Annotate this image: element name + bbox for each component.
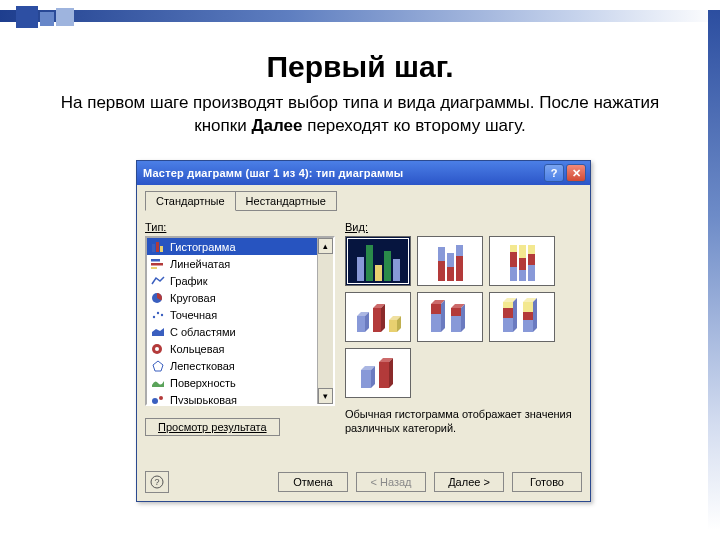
svg-rect-1: [156, 242, 159, 252]
histogram-icon: [151, 241, 165, 253]
svg-marker-13: [153, 361, 163, 371]
scroll-down-button[interactable]: ▾: [318, 388, 333, 404]
subtype-thumb[interactable]: [345, 348, 411, 398]
svg-point-12: [155, 347, 159, 351]
svg-rect-38: [503, 308, 513, 318]
subtype-thumb[interactable]: [345, 292, 411, 342]
svg-point-9: [161, 314, 163, 316]
svg-point-8: [157, 312, 159, 314]
svg-point-7: [153, 316, 155, 318]
help-button[interactable]: ?: [544, 164, 564, 182]
list-item[interactable]: Лепестковая: [147, 357, 317, 374]
chart-subtype-grid: [345, 236, 582, 398]
preview-button[interactable]: Просмотр результата: [145, 418, 280, 436]
svg-rect-5: [151, 267, 157, 269]
window-title: Мастер диаграмм (шаг 1 из 4): тип диагра…: [143, 167, 542, 179]
svg-rect-49: [379, 362, 389, 388]
svg-rect-19: [357, 316, 365, 332]
scrollbar[interactable]: ▴ ▾: [317, 238, 333, 404]
type-label: Тип:: [145, 221, 335, 233]
pie-icon: [151, 292, 165, 304]
surface-icon: [151, 377, 165, 389]
list-item[interactable]: Точечная: [147, 306, 317, 323]
view-label: Вид:: [345, 221, 582, 233]
bar-icon: [151, 258, 165, 270]
close-button[interactable]: ✕: [566, 164, 586, 182]
svg-marker-51: [389, 358, 393, 388]
svg-rect-29: [431, 304, 441, 314]
subtype-thumb[interactable]: [489, 292, 555, 342]
subtype-thumb[interactable]: [417, 292, 483, 342]
page-title: Первый шаг.: [0, 50, 720, 84]
tab-custom[interactable]: Нестандартные: [235, 191, 337, 211]
svg-rect-33: [451, 308, 461, 316]
cancel-button[interactable]: Отмена: [278, 472, 348, 492]
titlebar[interactable]: Мастер диаграмм (шаг 1 из 4): тип диагра…: [137, 161, 590, 185]
scroll-up-button[interactable]: ▴: [318, 238, 333, 254]
finish-button[interactable]: Готово: [512, 472, 582, 492]
list-item[interactable]: Кольцевая: [147, 340, 317, 357]
svg-marker-35: [461, 304, 465, 332]
list-item[interactable]: Круговая: [147, 289, 317, 306]
svg-point-14: [152, 398, 158, 404]
radar-icon: [151, 360, 165, 372]
list-item[interactable]: Поверхность: [147, 374, 317, 391]
bubble-icon: [151, 394, 165, 405]
subtype-thumb[interactable]: [489, 236, 555, 286]
tab-standard[interactable]: Стандартные: [145, 191, 236, 211]
svg-rect-0: [152, 244, 155, 252]
svg-rect-46: [361, 370, 371, 388]
list-item[interactable]: График: [147, 272, 317, 289]
list-item[interactable]: Линейчатая: [147, 255, 317, 272]
subtype-thumb[interactable]: [417, 236, 483, 286]
next-button[interactable]: Далее >: [434, 472, 504, 492]
svg-rect-4: [151, 263, 163, 266]
list-item[interactable]: Гистограмма: [147, 238, 317, 255]
svg-rect-2: [160, 246, 163, 252]
svg-marker-31: [441, 300, 445, 332]
scatter-icon: [151, 309, 165, 321]
help-icon-button[interactable]: ?: [145, 471, 169, 493]
svg-rect-22: [373, 308, 381, 332]
svg-rect-3: [151, 259, 160, 262]
svg-marker-45: [533, 298, 537, 332]
svg-rect-42: [523, 302, 533, 312]
subtype-description: Обычная гистограмма отображает значения …: [345, 408, 582, 436]
back-button: < Назад: [356, 472, 426, 492]
list-item[interactable]: С областями: [147, 323, 317, 340]
line-icon: [151, 275, 165, 287]
area-icon: [151, 326, 165, 338]
svg-text:?: ?: [154, 477, 159, 487]
doughnut-icon: [151, 343, 165, 355]
chart-wizard-dialog: Мастер диаграмм (шаг 1 из 4): тип диагра…: [136, 160, 591, 502]
svg-rect-43: [523, 312, 533, 320]
svg-marker-10: [152, 328, 164, 336]
page-subtitle: На первом шаге производят выбор типа и в…: [60, 92, 660, 138]
svg-point-15: [159, 396, 163, 400]
svg-rect-25: [389, 320, 397, 332]
chart-type-list[interactable]: Гистограмма Линейчатая График Круговая Т…: [145, 236, 335, 406]
svg-marker-24: [381, 304, 385, 332]
svg-rect-37: [503, 302, 513, 308]
svg-marker-40: [513, 298, 517, 332]
list-item[interactable]: Пузырьковая: [147, 391, 317, 404]
subtype-thumb[interactable]: [345, 236, 411, 286]
